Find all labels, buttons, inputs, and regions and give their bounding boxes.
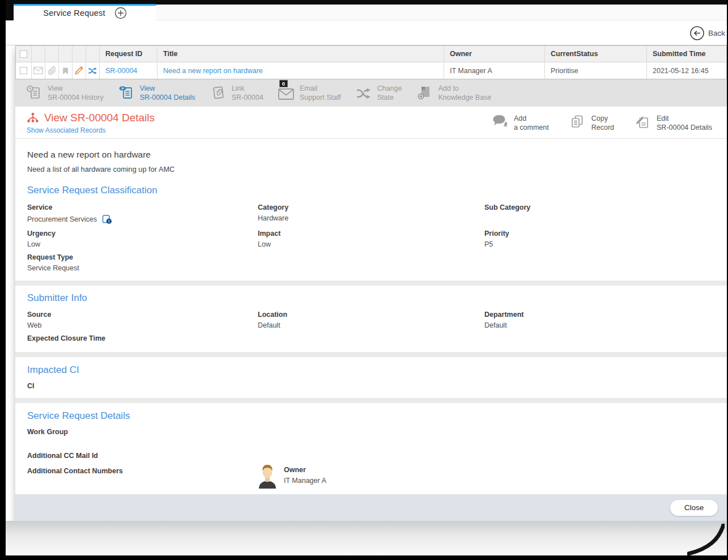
- label-line: SR-00004: [232, 94, 263, 101]
- field-label: Impact: [258, 230, 484, 237]
- service-request-dialog: Request ID Title Owner CurrentStatus Sub…: [15, 45, 727, 521]
- request-table: Request ID Title Owner CurrentStatus Sub…: [15, 45, 727, 79]
- field-value: Hardware: [258, 214, 288, 222]
- field-label: Sub Category: [484, 203, 716, 211]
- field-value: Service Request: [27, 264, 79, 272]
- section-heading-impacted-ci: Impacted CI: [27, 364, 716, 376]
- tab-label: Service Request: [43, 9, 105, 18]
- toolbar-label: View SR-00004 History: [48, 84, 104, 103]
- action-toolbar: View SR-00004 History View SR-00: [15, 79, 727, 107]
- label-line: SR-00004 Details: [140, 94, 195, 101]
- label-line: State: [377, 94, 394, 101]
- toolbar-email-support-staff[interactable]: 0 Email Support Staff: [278, 84, 341, 103]
- toolbar-view-details[interactable]: View SR-00004 Details: [118, 84, 195, 103]
- field-expected-closure-time: Expected Closure Time: [27, 334, 258, 342]
- bookmark-icon[interactable]: [59, 62, 73, 79]
- section-heading-details: Service Request Details: [27, 410, 716, 422]
- change-state-icon[interactable]: [86, 62, 100, 79]
- submitted-time-cell: 2021-05-12 16:45: [647, 62, 726, 79]
- select-all-checkbox[interactable]: [20, 50, 27, 58]
- field-source: Source Web: [27, 311, 258, 329]
- section-request-details: Service Request Details Work Group Addit…: [15, 403, 727, 494]
- row-checkbox[interactable]: [20, 67, 27, 74]
- section-heading-submitter: Submitter Info: [27, 292, 716, 304]
- toolbar-label: Email Support Staff: [300, 84, 341, 103]
- annotation-swoosh-mark: [687, 524, 725, 555]
- col-request-id[interactable]: Request ID: [100, 46, 157, 62]
- toolbar-label: Change State: [377, 84, 402, 103]
- section-heading-classification: Service Request Classification: [27, 185, 716, 196]
- copy-record-button[interactable]: Copy Record: [569, 114, 614, 134]
- field-label: Source: [27, 311, 258, 319]
- plus-circle-icon: [114, 7, 127, 19]
- action-label: Add a comment: [514, 114, 549, 133]
- label-line: Record: [591, 124, 614, 131]
- field-work-group: Work Group: [27, 428, 716, 436]
- link-document-icon: [210, 84, 228, 101]
- change-state-icon: [355, 84, 373, 101]
- field-service: Service Procurement Services: [27, 203, 258, 224]
- field-location: Location Default: [258, 311, 484, 329]
- add-comment-button[interactable]: Add a comment: [492, 114, 549, 134]
- field-additional-cc-mail: Additional CC Mail Id: [27, 452, 716, 460]
- back-button[interactable]: Back: [689, 26, 725, 41]
- label-line: SR-00004 History: [48, 94, 104, 101]
- section-submitter-info: Submitter Info Source Web Location Defau…: [15, 286, 727, 352]
- field-request-type: Request Type Service Request: [27, 253, 258, 272]
- edit-details-button[interactable]: Edit SR-00004 Details: [635, 114, 712, 134]
- field-ci: CI: [27, 382, 716, 390]
- dialog-footer: Close: [15, 494, 727, 521]
- label-line: View: [48, 84, 63, 92]
- service-lock-icon: [101, 214, 112, 224]
- toolbar-label: View SR-00004 Details: [140, 84, 195, 103]
- col-title[interactable]: Title: [157, 46, 444, 62]
- copy-icon: [569, 114, 586, 130]
- field-label: Service: [27, 203, 258, 211]
- label-line: Edit: [657, 114, 669, 122]
- field-impact: Impact Low: [258, 230, 484, 248]
- field-department: Department Default: [484, 311, 716, 329]
- paperclip-icon[interactable]: [45, 62, 59, 79]
- tab-bar: Service Request: [6, 0, 727, 20]
- section-classification: Need a new report on hardware Need a lis…: [15, 139, 727, 281]
- app-window: Service Request Back: [6, 0, 727, 555]
- field-label: Request Type: [27, 253, 258, 261]
- field-label: Department: [484, 311, 716, 319]
- label-line: Link: [232, 84, 245, 92]
- label-line: Change: [377, 84, 402, 92]
- label-line: SR-00004 Details: [657, 124, 712, 131]
- toolbar-add-to-knowledge-base[interactable]: Add to Knowledge Base: [416, 84, 491, 103]
- label-line: Copy: [591, 114, 608, 122]
- tab-service-request[interactable]: Service Request: [14, 4, 156, 20]
- history-document-icon: [25, 84, 44, 101]
- col-submitted-time[interactable]: Submitted Time: [647, 46, 726, 62]
- show-associated-records-link[interactable]: Show Associated Records: [27, 126, 155, 134]
- col-current-status[interactable]: CurrentStatus: [545, 46, 647, 62]
- section-divider: [15, 352, 727, 357]
- request-id-link[interactable]: SR-00004: [105, 67, 137, 75]
- action-label: Copy Record: [591, 114, 614, 133]
- toolbar-link-record[interactable]: Link SR-00004: [210, 84, 263, 103]
- field-label: Additional CC Mail Id: [27, 452, 716, 460]
- envelope-icon[interactable]: [32, 62, 45, 79]
- request-title: Need a new report on hardware: [27, 139, 716, 160]
- field-label: Additional Contact Numbers: [27, 467, 258, 475]
- request-description: Need a list of all hardware coming up fo…: [27, 165, 716, 173]
- add-tab-button[interactable]: [114, 7, 127, 19]
- avatar: [258, 464, 277, 489]
- toolbar-label: Link SR-00004: [232, 84, 263, 103]
- toolbar-change-state[interactable]: Change State: [355, 84, 402, 103]
- field-label: Work Group: [27, 428, 716, 436]
- request-title-link[interactable]: Need a new report on hardware: [163, 67, 263, 75]
- label-line: Email: [300, 84, 317, 92]
- toolbar-view-history[interactable]: View SR-00004 History: [25, 84, 104, 103]
- field-category: Category Hardware: [258, 203, 484, 224]
- email-count-badge: 0: [279, 80, 288, 87]
- field-sub-category: Sub Category: [484, 203, 716, 224]
- close-button[interactable]: Close: [670, 500, 718, 516]
- col-owner[interactable]: Owner: [444, 46, 545, 62]
- page-header: Back: [6, 20, 727, 45]
- field-priority: Priority P5: [484, 230, 716, 248]
- field-urgency: Urgency Low: [27, 230, 258, 248]
- pencil-icon[interactable]: [73, 62, 86, 79]
